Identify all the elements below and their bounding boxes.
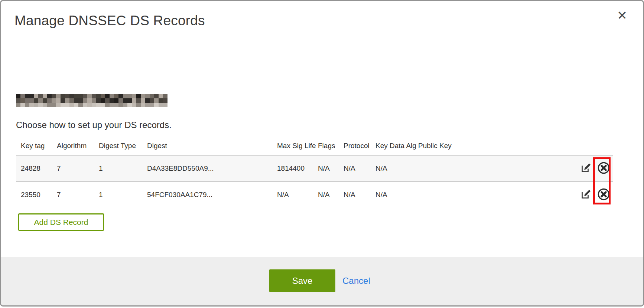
edit-record-button[interactable] bbox=[579, 162, 592, 175]
cell-digest: 54FCF030AA1C79... bbox=[147, 191, 277, 199]
col-header-algorithm: Algorithm bbox=[57, 142, 99, 150]
redacted-domain-name bbox=[16, 94, 167, 107]
cell-flags: N/A bbox=[318, 164, 344, 173]
cell-digest-type: 1 bbox=[99, 164, 147, 173]
col-header-public-key: Public Key bbox=[418, 142, 579, 150]
delete-record-button[interactable] bbox=[597, 162, 610, 175]
cell-key-tag: 23550 bbox=[21, 191, 57, 199]
manage-dnssec-dialog: Manage DNSSEC DS Records ✕ Choose how to… bbox=[0, 0, 644, 307]
cell-key-tag: 24828 bbox=[21, 164, 57, 173]
col-header-digest: Digest bbox=[147, 142, 277, 150]
cell-algorithm: 7 bbox=[57, 164, 99, 173]
col-header-protocol: Protocol bbox=[344, 142, 375, 150]
delete-circle-x-icon bbox=[597, 161, 611, 176]
col-header-flags: Flags bbox=[318, 142, 344, 150]
ds-records-table: Key tag Algorithm Digest Type Digest Max… bbox=[16, 135, 613, 208]
cell-digest: D4A33E8DD550A9... bbox=[147, 164, 277, 173]
cell-max-sig-life: 1814400 bbox=[277, 164, 318, 173]
instruction-text: Choose how to set up your DS records. bbox=[16, 120, 172, 130]
dialog-title: Manage DNSSEC DS Records bbox=[14, 13, 205, 29]
cell-algorithm: 7 bbox=[57, 191, 99, 199]
cancel-link[interactable]: Cancel bbox=[342, 269, 370, 292]
delete-record-button[interactable] bbox=[597, 188, 610, 201]
edit-record-button[interactable] bbox=[579, 188, 592, 201]
edit-pencil-icon bbox=[580, 189, 592, 201]
col-header-digest-type: Digest Type bbox=[99, 142, 147, 150]
col-header-key-tag: Key tag bbox=[21, 142, 57, 150]
cell-protocol: N/A bbox=[344, 191, 375, 199]
add-ds-record-button[interactable]: Add DS Record bbox=[18, 213, 104, 231]
cell-key-data-alg: N/A bbox=[375, 164, 418, 173]
cell-key-data-alg: N/A bbox=[375, 191, 418, 199]
cell-digest-type: 1 bbox=[99, 191, 147, 199]
save-button[interactable]: Save bbox=[269, 269, 335, 292]
col-header-max-sig-life: Max Sig Life bbox=[277, 142, 318, 150]
cell-max-sig-life: N/A bbox=[277, 191, 318, 199]
table-row: 23550 7 1 54FCF030AA1C79... N/A N/A N/A … bbox=[16, 181, 613, 208]
edit-pencil-icon bbox=[580, 162, 592, 175]
dialog-footer: Save Cancel bbox=[1, 257, 643, 305]
col-header-key-data-alg: Key Data Alg bbox=[375, 142, 418, 150]
close-icon[interactable]: ✕ bbox=[617, 9, 627, 22]
table-header-row: Key tag Algorithm Digest Type Digest Max… bbox=[16, 135, 613, 155]
cell-flags: N/A bbox=[318, 191, 344, 199]
cell-protocol: N/A bbox=[344, 164, 375, 173]
delete-circle-x-icon bbox=[597, 187, 611, 202]
table-row: 24828 7 1 D4A33E8DD550A9... 1814400 N/A … bbox=[16, 155, 613, 181]
